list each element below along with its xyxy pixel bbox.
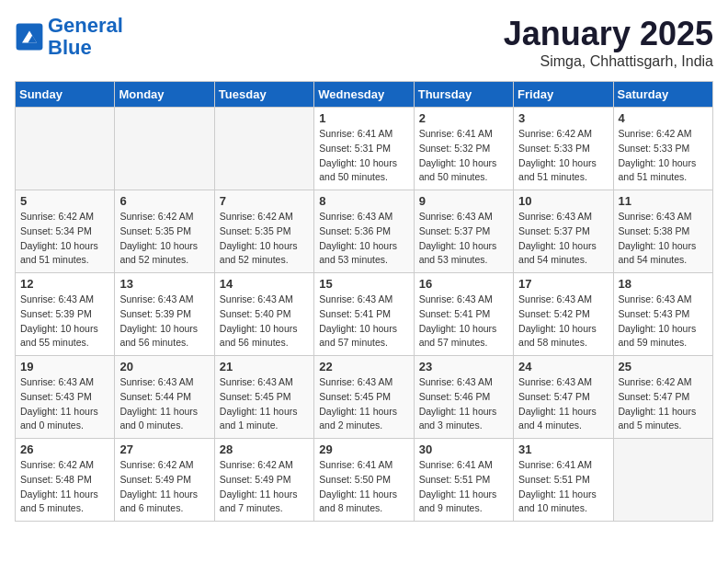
day-number: 23 <box>419 360 508 373</box>
day-cell <box>613 439 712 522</box>
day-cell: 2Sunrise: 6:41 AM Sunset: 5:32 PM Daylig… <box>414 108 513 190</box>
day-info: Sunrise: 6:41 AM Sunset: 5:31 PM Dayligh… <box>319 127 408 185</box>
day-cell: 10Sunrise: 6:43 AM Sunset: 5:37 PM Dayli… <box>514 190 613 273</box>
header-cell-tuesday: Tuesday <box>214 82 313 108</box>
day-cell: 1Sunrise: 6:41 AM Sunset: 5:31 PM Daylig… <box>314 108 414 190</box>
day-info: Sunrise: 6:43 AM Sunset: 5:43 PM Dayligh… <box>619 293 708 350</box>
day-info: Sunrise: 6:43 AM Sunset: 5:38 PM Dayligh… <box>619 210 708 268</box>
logo: General Blue <box>15 15 123 59</box>
day-cell: 23Sunrise: 6:43 AM Sunset: 5:46 PM Dayli… <box>414 356 513 439</box>
day-number: 25 <box>619 360 708 373</box>
logo-line1: General <box>48 14 123 37</box>
day-cell: 16Sunrise: 6:43 AM Sunset: 5:41 PM Dayli… <box>414 273 513 356</box>
month-title: January 2025 <box>504 15 713 53</box>
day-info: Sunrise: 6:43 AM Sunset: 5:36 PM Dayligh… <box>319 210 408 268</box>
day-number: 3 <box>518 111 608 125</box>
day-number: 10 <box>518 194 608 208</box>
day-number: 24 <box>518 360 608 373</box>
day-cell: 3Sunrise: 6:42 AM Sunset: 5:33 PM Daylig… <box>514 108 613 190</box>
day-info: Sunrise: 6:43 AM Sunset: 5:37 PM Dayligh… <box>419 210 508 268</box>
day-info: Sunrise: 6:42 AM Sunset: 5:48 PM Dayligh… <box>20 458 109 516</box>
day-cell: 25Sunrise: 6:42 AM Sunset: 5:47 PM Dayli… <box>613 356 712 439</box>
day-cell: 14Sunrise: 6:43 AM Sunset: 5:40 PM Dayli… <box>214 273 313 356</box>
day-cell: 31Sunrise: 6:41 AM Sunset: 5:51 PM Dayli… <box>514 439 613 522</box>
location: Simga, Chhattisgarh, India <box>504 53 713 70</box>
day-number: 12 <box>20 277 109 291</box>
day-info: Sunrise: 6:43 AM Sunset: 5:39 PM Dayligh… <box>20 293 109 350</box>
day-number: 2 <box>419 111 508 125</box>
week-row-4: 19Sunrise: 6:43 AM Sunset: 5:43 PM Dayli… <box>16 356 713 439</box>
day-cell: 13Sunrise: 6:43 AM Sunset: 5:39 PM Dayli… <box>115 273 214 356</box>
day-number: 17 <box>518 277 608 291</box>
day-number: 11 <box>619 194 708 208</box>
header-cell-saturday: Saturday <box>613 82 712 108</box>
day-info: Sunrise: 6:43 AM Sunset: 5:42 PM Dayligh… <box>518 293 608 350</box>
day-number: 21 <box>220 360 309 373</box>
day-info: Sunrise: 6:43 AM Sunset: 5:41 PM Dayligh… <box>319 293 408 350</box>
day-cell: 30Sunrise: 6:41 AM Sunset: 5:51 PM Dayli… <box>414 439 513 522</box>
logo-line2: Blue <box>48 36 92 59</box>
week-row-2: 5Sunrise: 6:42 AM Sunset: 5:34 PM Daylig… <box>16 190 713 273</box>
page-header: General Blue January 2025 Simga, Chhatti… <box>15 15 713 70</box>
day-cell: 20Sunrise: 6:43 AM Sunset: 5:44 PM Dayli… <box>115 356 214 439</box>
logo-icon <box>15 22 44 52</box>
day-cell: 24Sunrise: 6:43 AM Sunset: 5:47 PM Dayli… <box>514 356 613 439</box>
day-info: Sunrise: 6:43 AM Sunset: 5:47 PM Dayligh… <box>518 375 608 433</box>
day-info: Sunrise: 6:43 AM Sunset: 5:40 PM Dayligh… <box>220 293 309 350</box>
day-cell <box>214 108 313 190</box>
day-number: 15 <box>319 277 408 291</box>
header-row: SundayMondayTuesdayWednesdayThursdayFrid… <box>16 82 713 108</box>
day-number: 5 <box>20 194 109 208</box>
header-cell-friday: Friday <box>514 82 613 108</box>
day-number: 1 <box>319 111 408 125</box>
day-info: Sunrise: 6:42 AM Sunset: 5:49 PM Dayligh… <box>220 458 309 516</box>
day-info: Sunrise: 6:41 AM Sunset: 5:50 PM Dayligh… <box>319 458 408 516</box>
day-info: Sunrise: 6:43 AM Sunset: 5:43 PM Dayligh… <box>20 375 109 433</box>
day-info: Sunrise: 6:43 AM Sunset: 5:45 PM Dayligh… <box>220 375 309 433</box>
day-cell: 29Sunrise: 6:41 AM Sunset: 5:50 PM Dayli… <box>314 439 414 522</box>
day-number: 7 <box>220 194 309 208</box>
day-info: Sunrise: 6:41 AM Sunset: 5:51 PM Dayligh… <box>518 458 608 516</box>
day-cell: 9Sunrise: 6:43 AM Sunset: 5:37 PM Daylig… <box>414 190 513 273</box>
day-number: 13 <box>119 277 209 291</box>
day-cell: 18Sunrise: 6:43 AM Sunset: 5:43 PM Dayli… <box>613 273 712 356</box>
day-info: Sunrise: 6:43 AM Sunset: 5:37 PM Dayligh… <box>518 210 608 268</box>
calendar-body: 1Sunrise: 6:41 AM Sunset: 5:31 PM Daylig… <box>16 108 713 522</box>
week-row-3: 12Sunrise: 6:43 AM Sunset: 5:39 PM Dayli… <box>16 273 713 356</box>
day-number: 30 <box>419 442 508 456</box>
day-cell: 8Sunrise: 6:43 AM Sunset: 5:36 PM Daylig… <box>314 190 414 273</box>
day-number: 16 <box>419 277 508 291</box>
day-cell: 4Sunrise: 6:42 AM Sunset: 5:33 PM Daylig… <box>613 108 712 190</box>
day-cell: 6Sunrise: 6:42 AM Sunset: 5:35 PM Daylig… <box>115 190 214 273</box>
day-cell <box>115 108 214 190</box>
day-cell: 26Sunrise: 6:42 AM Sunset: 5:48 PM Dayli… <box>16 439 115 522</box>
day-number: 22 <box>319 360 408 373</box>
logo-text: General Blue <box>48 15 123 59</box>
header-cell-sunday: Sunday <box>16 82 115 108</box>
header-cell-monday: Monday <box>115 82 214 108</box>
day-cell: 12Sunrise: 6:43 AM Sunset: 5:39 PM Dayli… <box>16 273 115 356</box>
header-cell-thursday: Thursday <box>414 82 513 108</box>
week-row-5: 26Sunrise: 6:42 AM Sunset: 5:48 PM Dayli… <box>16 439 713 522</box>
day-cell: 5Sunrise: 6:42 AM Sunset: 5:34 PM Daylig… <box>16 190 115 273</box>
day-cell: 7Sunrise: 6:42 AM Sunset: 5:35 PM Daylig… <box>214 190 313 273</box>
day-info: Sunrise: 6:43 AM Sunset: 5:39 PM Dayligh… <box>119 293 209 350</box>
day-info: Sunrise: 6:42 AM Sunset: 5:35 PM Dayligh… <box>220 210 309 268</box>
day-number: 28 <box>220 442 309 456</box>
day-number: 6 <box>119 194 209 208</box>
day-number: 27 <box>119 442 209 456</box>
day-info: Sunrise: 6:43 AM Sunset: 5:41 PM Dayligh… <box>419 293 508 350</box>
day-cell: 27Sunrise: 6:42 AM Sunset: 5:49 PM Dayli… <box>115 439 214 522</box>
day-info: Sunrise: 6:43 AM Sunset: 5:44 PM Dayligh… <box>119 375 209 433</box>
day-info: Sunrise: 6:42 AM Sunset: 5:35 PM Dayligh… <box>119 210 209 268</box>
day-number: 31 <box>518 442 608 456</box>
day-cell: 19Sunrise: 6:43 AM Sunset: 5:43 PM Dayli… <box>16 356 115 439</box>
calendar-header: SundayMondayTuesdayWednesdayThursdayFrid… <box>16 82 713 108</box>
week-row-1: 1Sunrise: 6:41 AM Sunset: 5:31 PM Daylig… <box>16 108 713 190</box>
day-number: 29 <box>319 442 408 456</box>
day-info: Sunrise: 6:42 AM Sunset: 5:47 PM Dayligh… <box>619 375 708 433</box>
day-cell: 21Sunrise: 6:43 AM Sunset: 5:45 PM Dayli… <box>214 356 313 439</box>
day-number: 18 <box>619 277 708 291</box>
day-cell: 22Sunrise: 6:43 AM Sunset: 5:45 PM Dayli… <box>314 356 414 439</box>
title-block: January 2025 Simga, Chhattisgarh, India <box>504 15 713 70</box>
